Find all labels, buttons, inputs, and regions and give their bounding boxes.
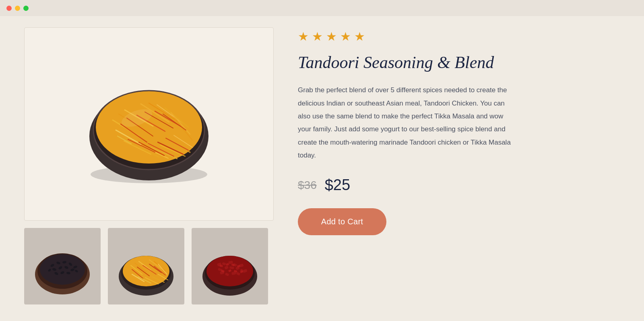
star-2: ★ [312, 31, 323, 43]
thumbnail-black-seeds[interactable] [24, 228, 101, 304]
thumbnail-row [24, 228, 274, 304]
thumbnail-red-chili[interactable] [192, 228, 268, 304]
rating-stars: ★ ★ ★ ★ ★ [298, 31, 523, 43]
page-content: ★ ★ ★ ★ ★ Tandoori Seasoning & Blend Gra… [0, 16, 644, 321]
product-title: Tandoori Seasoning & Blend [298, 52, 523, 72]
maximize-button[interactable] [23, 6, 29, 11]
price-row: $36 $25 [298, 176, 523, 194]
window-chrome [0, 0, 644, 16]
thumbnail-saffron[interactable] [108, 228, 184, 304]
star-1: ★ [298, 31, 309, 43]
add-to-cart-button[interactable]: Add to Cart [298, 208, 386, 235]
saffron-bowl-svg [80, 56, 217, 193]
main-product-image [24, 27, 274, 221]
sale-price: $25 [325, 176, 350, 194]
product-images-column [24, 27, 274, 304]
close-button[interactable] [6, 6, 12, 11]
product-info-column: ★ ★ ★ ★ ★ Tandoori Seasoning & Blend Gra… [298, 27, 523, 235]
svg-point-38 [40, 254, 85, 285]
product-description: Grab the perfect blend of over 5 differe… [298, 84, 515, 162]
minimize-button[interactable] [15, 6, 20, 11]
star-5: ★ [354, 31, 365, 43]
original-price: $36 [298, 179, 317, 192]
star-3: ★ [326, 31, 337, 43]
star-4: ★ [340, 31, 351, 43]
